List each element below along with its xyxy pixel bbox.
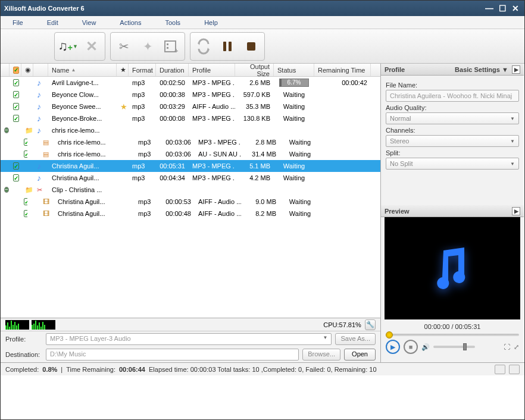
profile-panel-header: Profile Basic Settings ▼ ▶: [381, 64, 524, 76]
row-name: Christina Aguil...: [54, 209, 123, 218]
menu-actions[interactable]: Actions: [120, 19, 141, 26]
svg-text:+: +: [174, 47, 178, 54]
doc-icon: ▤: [39, 149, 54, 159]
preview-time: 00:00:00 / 00:05:31: [381, 319, 524, 334]
stop-button[interactable]: [239, 34, 263, 59]
browse-button[interactable]: Browse...: [302, 349, 340, 361]
row-checkbox[interactable]: [13, 79, 19, 86]
close-button[interactable]: ✕: [510, 4, 521, 12]
convert-button[interactable]: [192, 34, 215, 59]
channels-select[interactable]: Stereo▼: [386, 135, 519, 147]
destination-field[interactable]: D:\My Music: [46, 349, 299, 361]
log-button[interactable]: [495, 365, 505, 374]
table-row[interactable]: −📁♪chris rice-lemo...: [1, 124, 380, 136]
col-output[interactable]: Output Size: [235, 64, 274, 76]
table-row[interactable]: ▤chris rice-lemo...mp300:03:06AU - SUN A…: [1, 148, 380, 160]
col-profile[interactable]: Profile: [189, 64, 235, 76]
table-row[interactable]: ♪Avril Lavigne-t...mp300:02:50MP3 - MPEG…: [1, 77, 380, 89]
table-row[interactable]: ♪Beyonce-Broke...mp300:00:08MP3 - MPEG .…: [1, 112, 380, 124]
table-row[interactable]: ▤chris rice-lemo...mp300:03:06MP3 - MPEG…: [1, 136, 380, 148]
menu-file[interactable]: File: [12, 19, 23, 26]
col-name[interactable]: Name ▲: [48, 64, 117, 76]
row-name: chris rice-lemo...: [54, 137, 123, 147]
preview-area: [385, 217, 520, 319]
disc-icon: ◉: [21, 64, 33, 76]
destination-label: Destination:: [5, 351, 42, 358]
file-table: ◉ Name ▲ ★ Format Duration Profile Outpu…: [1, 64, 380, 318]
cpu-row: CPU:57.81% 🔧: [1, 318, 380, 331]
preview-stop-button[interactable]: ■: [404, 340, 418, 354]
note-icon: ♪: [33, 112, 48, 124]
minimize-button[interactable]: —: [484, 4, 495, 12]
report-button[interactable]: [509, 365, 520, 374]
row-name: chris rice-lemo...: [54, 149, 123, 159]
add-file-button[interactable]: ♫+▼: [56, 34, 80, 59]
fullscreen-button[interactable]: ⤢: [514, 343, 519, 351]
col-status[interactable]: Status: [274, 64, 314, 76]
col-duration[interactable]: Duration: [156, 64, 189, 76]
svg-rect-2: [167, 47, 168, 49]
table-row[interactable]: ♪Christina Aguil...mp300:05:31MP3 - MPEG…: [1, 160, 380, 172]
svg-rect-5: [229, 42, 232, 51]
menu-tools[interactable]: Tools: [165, 19, 180, 26]
menu-edit[interactable]: Edit: [47, 19, 58, 26]
table-row[interactable]: 🎞Christina Aguil...mp300:00:53AIFF - Aud…: [1, 196, 380, 208]
cpu-meter-icon: [32, 320, 55, 330]
statusbar: Completed: 0.8% | Time Remaining: 00:06:…: [1, 362, 524, 375]
row-name: Beyonce Swee...: [48, 102, 117, 111]
maximize-button[interactable]: ☐: [497, 4, 508, 12]
col-star[interactable]: ★: [117, 64, 129, 76]
row-checkbox[interactable]: [13, 91, 19, 98]
menubar: File Edit View Actions Tools Help: [1, 16, 524, 29]
table-row[interactable]: ♪Beyonce Swee...★mp300:03:29AIFF - Audio…: [1, 101, 380, 112]
volume-icon[interactable]: 🔊: [421, 343, 430, 351]
add-output-button[interactable]: +: [160, 34, 183, 59]
row-checkbox[interactable]: [13, 162, 19, 170]
delete-button[interactable]: ✕: [80, 34, 104, 59]
table-row[interactable]: ♪Beyonce Clow...mp300:00:38MP3 - MPEG ..…: [1, 89, 380, 101]
folder-icon: ♪: [33, 124, 48, 136]
col-remaining[interactable]: Remaining Time: [314, 64, 371, 76]
row-name: chris rice-lemo...: [48, 126, 117, 135]
menu-help[interactable]: Help: [204, 19, 218, 26]
cpu-meter-icon: [5, 320, 29, 330]
table-row[interactable]: −📁✂Clip - Christina ...: [1, 184, 380, 196]
panel-next-button[interactable]: ▶: [512, 65, 520, 74]
row-name: Beyonce-Broke...: [48, 114, 117, 123]
play-button[interactable]: ▶: [386, 340, 400, 354]
col-format[interactable]: Format: [129, 64, 156, 76]
table-row[interactable]: ♪Christina Aguil...mp300:04:34MP3 - MPEG…: [1, 172, 380, 184]
cpu-settings-button[interactable]: 🔧: [365, 319, 376, 330]
row-checkbox[interactable]: [13, 103, 19, 110]
filename-field[interactable]: [386, 90, 519, 102]
preview-expand-button[interactable]: ▶: [512, 207, 520, 215]
row-checkbox[interactable]: [13, 174, 19, 181]
note-icon: ♪: [33, 101, 48, 112]
save-as-button[interactable]: Save As...: [335, 333, 376, 345]
pause-button[interactable]: [215, 34, 239, 59]
basic-settings-dropdown[interactable]: Basic Settings ▼: [455, 66, 508, 73]
folder-icon: ✂: [33, 185, 48, 195]
svg-rect-6: [247, 42, 255, 51]
seek-slider[interactable]: [386, 334, 519, 336]
open-button[interactable]: Open: [344, 349, 376, 361]
profile-select[interactable]: MP3 - MPEG Layer-3 Audio▼: [46, 333, 332, 345]
svg-rect-4: [223, 42, 226, 51]
header-check[interactable]: [10, 64, 21, 76]
menu-view[interactable]: View: [82, 19, 96, 26]
snapshot-button[interactable]: ⛶: [504, 343, 510, 350]
svg-rect-1: [167, 43, 168, 45]
audioquality-select[interactable]: Normal▼: [386, 112, 519, 124]
doc-icon: ▤: [39, 137, 54, 148]
row-name: Beyonce Clow...: [48, 90, 117, 99]
clip-button[interactable]: ✂: [112, 34, 136, 59]
table-row[interactable]: 🎞Christina Aguil...mp300:00:48AIFF - Aud…: [1, 208, 380, 220]
effects-button[interactable]: ✦: [136, 34, 160, 59]
profile-label: Profile:: [5, 336, 42, 343]
split-select[interactable]: No Split▼: [386, 158, 519, 170]
volume-slider[interactable]: [433, 346, 475, 348]
note-icon: ♪: [33, 89, 48, 101]
music-note-icon: [432, 245, 473, 292]
split-label: Split:: [386, 149, 519, 156]
row-checkbox[interactable]: [13, 115, 19, 122]
